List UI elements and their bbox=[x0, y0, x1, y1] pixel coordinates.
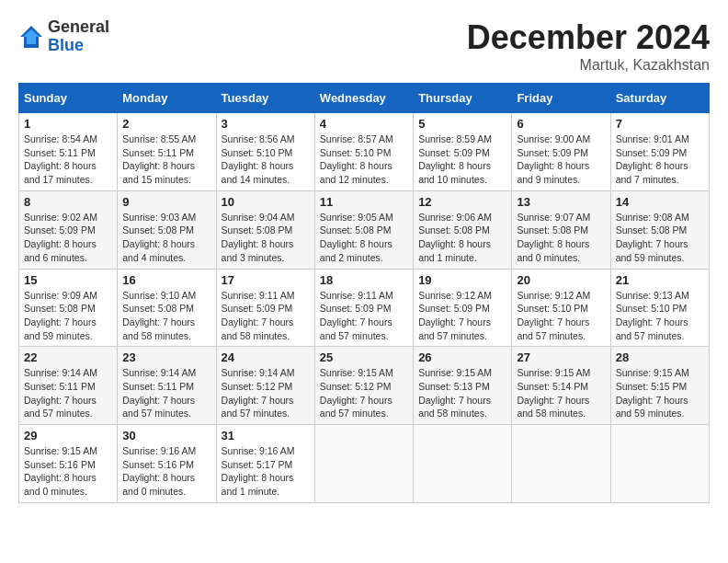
calendar-week-row: 8Sunrise: 9:02 AM Sunset: 5:09 PM Daylig… bbox=[19, 190, 710, 269]
day-info: Sunrise: 9:03 AM Sunset: 5:08 PM Dayligh… bbox=[122, 211, 210, 265]
day-info: Sunrise: 9:04 AM Sunset: 5:08 PM Dayligh… bbox=[222, 211, 310, 265]
day-number: 12 bbox=[418, 195, 506, 209]
calendar-cell: 31Sunrise: 9:16 AM Sunset: 5:17 PM Dayli… bbox=[216, 425, 314, 503]
calendar-cell: 30Sunrise: 9:16 AM Sunset: 5:16 PM Dayli… bbox=[118, 425, 216, 503]
column-header-friday: Friday bbox=[512, 84, 610, 113]
calendar-cell: 2Sunrise: 8:55 AM Sunset: 5:11 PM Daylig… bbox=[118, 113, 216, 191]
day-info: Sunrise: 9:15 AM Sunset: 5:14 PM Dayligh… bbox=[517, 366, 605, 420]
day-info: Sunrise: 9:10 AM Sunset: 5:08 PM Dayligh… bbox=[122, 289, 210, 343]
calendar-cell: 26Sunrise: 9:15 AM Sunset: 5:13 PM Dayli… bbox=[414, 347, 512, 425]
day-info: Sunrise: 9:16 AM Sunset: 5:16 PM Dayligh… bbox=[122, 444, 210, 499]
calendar-cell: 7Sunrise: 9:01 AM Sunset: 5:09 PM Daylig… bbox=[610, 113, 709, 191]
day-info: Sunrise: 9:11 AM Sunset: 5:09 PM Dayligh… bbox=[222, 289, 310, 343]
day-info: Sunrise: 8:55 AM Sunset: 5:11 PM Dayligh… bbox=[122, 132, 210, 187]
calendar-cell: 1Sunrise: 8:54 AM Sunset: 5:11 PM Daylig… bbox=[19, 113, 118, 191]
day-info: Sunrise: 9:09 AM Sunset: 5:08 PM Dayligh… bbox=[24, 289, 112, 343]
calendar-cell: 19Sunrise: 9:12 AM Sunset: 5:09 PM Dayli… bbox=[414, 269, 512, 347]
calendar-cell: 18Sunrise: 9:11 AM Sunset: 5:09 PM Dayli… bbox=[314, 269, 413, 347]
day-info: Sunrise: 9:14 AM Sunset: 5:12 PM Dayligh… bbox=[222, 366, 310, 420]
day-info: Sunrise: 9:07 AM Sunset: 5:08 PM Dayligh… bbox=[517, 211, 605, 265]
day-number: 9 bbox=[122, 195, 210, 209]
logo: General Blue bbox=[18, 18, 109, 55]
day-info: Sunrise: 9:06 AM Sunset: 5:08 PM Dayligh… bbox=[418, 211, 506, 265]
day-info: Sunrise: 8:54 AM Sunset: 5:11 PM Dayligh… bbox=[24, 132, 112, 187]
day-info: Sunrise: 9:15 AM Sunset: 5:12 PM Dayligh… bbox=[320, 366, 408, 420]
day-info: Sunrise: 9:14 AM Sunset: 5:11 PM Dayligh… bbox=[122, 366, 210, 420]
calendar-cell: 25Sunrise: 9:15 AM Sunset: 5:12 PM Dayli… bbox=[314, 347, 413, 425]
column-header-saturday: Saturday bbox=[610, 84, 709, 113]
day-info: Sunrise: 9:05 AM Sunset: 5:08 PM Dayligh… bbox=[320, 211, 408, 265]
day-number: 20 bbox=[517, 273, 605, 287]
calendar-cell: 12Sunrise: 9:06 AM Sunset: 5:08 PM Dayli… bbox=[414, 190, 512, 269]
day-number: 27 bbox=[517, 350, 605, 364]
location-text: Martuk, Kazakhstan bbox=[467, 57, 710, 74]
day-number: 15 bbox=[24, 273, 112, 287]
day-number: 31 bbox=[222, 429, 310, 442]
day-info: Sunrise: 9:02 AM Sunset: 5:09 PM Dayligh… bbox=[24, 211, 112, 265]
day-info: Sunrise: 9:11 AM Sunset: 5:09 PM Dayligh… bbox=[320, 289, 408, 343]
day-number: 4 bbox=[320, 117, 408, 131]
calendar-cell: 9Sunrise: 9:03 AM Sunset: 5:08 PM Daylig… bbox=[118, 190, 216, 269]
logo-blue-text: Blue bbox=[48, 37, 109, 55]
calendar-cell: 16Sunrise: 9:10 AM Sunset: 5:08 PM Dayli… bbox=[118, 269, 216, 347]
day-number: 1 bbox=[24, 117, 112, 131]
day-info: Sunrise: 9:15 AM Sunset: 5:16 PM Dayligh… bbox=[24, 444, 112, 499]
day-info: Sunrise: 9:14 AM Sunset: 5:11 PM Dayligh… bbox=[24, 366, 112, 420]
logo-general-text: General bbox=[48, 18, 109, 37]
calendar-cell: 17Sunrise: 9:11 AM Sunset: 5:09 PM Dayli… bbox=[216, 269, 314, 347]
calendar-cell bbox=[610, 425, 709, 503]
column-header-tuesday: Tuesday bbox=[216, 84, 314, 113]
day-number: 2 bbox=[122, 117, 210, 131]
column-header-sunday: Sunday bbox=[19, 84, 118, 113]
day-number: 21 bbox=[616, 273, 704, 287]
calendar-week-row: 1Sunrise: 8:54 AM Sunset: 5:11 PM Daylig… bbox=[19, 113, 710, 191]
calendar-cell: 10Sunrise: 9:04 AM Sunset: 5:08 PM Dayli… bbox=[216, 190, 314, 269]
calendar-cell: 24Sunrise: 9:14 AM Sunset: 5:12 PM Dayli… bbox=[216, 347, 314, 425]
day-number: 13 bbox=[517, 195, 605, 209]
day-number: 7 bbox=[616, 117, 704, 131]
day-number: 23 bbox=[122, 350, 210, 364]
calendar-week-row: 15Sunrise: 9:09 AM Sunset: 5:08 PM Dayli… bbox=[19, 269, 710, 347]
calendar-week-row: 22Sunrise: 9:14 AM Sunset: 5:11 PM Dayli… bbox=[19, 347, 710, 425]
day-number: 16 bbox=[122, 273, 210, 287]
calendar-cell: 13Sunrise: 9:07 AM Sunset: 5:08 PM Dayli… bbox=[512, 190, 610, 269]
calendar-cell: 22Sunrise: 9:14 AM Sunset: 5:11 PM Dayli… bbox=[19, 347, 118, 425]
day-info: Sunrise: 9:12 AM Sunset: 5:10 PM Dayligh… bbox=[517, 289, 605, 343]
calendar-cell: 20Sunrise: 9:12 AM Sunset: 5:10 PM Dayli… bbox=[512, 269, 610, 347]
calendar-week-row: 29Sunrise: 9:15 AM Sunset: 5:16 PM Dayli… bbox=[19, 425, 710, 503]
calendar-cell: 27Sunrise: 9:15 AM Sunset: 5:14 PM Dayli… bbox=[512, 347, 610, 425]
calendar-cell: 14Sunrise: 9:08 AM Sunset: 5:08 PM Dayli… bbox=[610, 190, 709, 269]
day-number: 6 bbox=[517, 117, 605, 131]
calendar-header-row: SundayMondayTuesdayWednesdayThursdayFrid… bbox=[19, 84, 710, 113]
day-number: 26 bbox=[418, 350, 506, 364]
day-info: Sunrise: 9:08 AM Sunset: 5:08 PM Dayligh… bbox=[616, 211, 704, 265]
day-info: Sunrise: 8:56 AM Sunset: 5:10 PM Dayligh… bbox=[222, 132, 310, 187]
day-number: 17 bbox=[222, 273, 310, 287]
calendar-cell bbox=[314, 425, 413, 503]
title-area: December 2024 Martuk, Kazakhstan bbox=[467, 18, 710, 74]
day-number: 28 bbox=[616, 350, 704, 364]
calendar-cell bbox=[512, 425, 610, 503]
calendar-cell: 5Sunrise: 8:59 AM Sunset: 5:09 PM Daylig… bbox=[414, 113, 512, 191]
day-number: 8 bbox=[24, 195, 112, 209]
day-number: 14 bbox=[616, 195, 704, 209]
day-number: 11 bbox=[320, 195, 408, 209]
day-number: 19 bbox=[418, 273, 506, 287]
column-header-monday: Monday bbox=[118, 84, 216, 113]
day-number: 29 bbox=[24, 429, 112, 442]
calendar-cell: 3Sunrise: 8:56 AM Sunset: 5:10 PM Daylig… bbox=[216, 113, 314, 191]
calendar-cell: 21Sunrise: 9:13 AM Sunset: 5:10 PM Dayli… bbox=[610, 269, 709, 347]
calendar-cell: 29Sunrise: 9:15 AM Sunset: 5:16 PM Dayli… bbox=[19, 425, 118, 503]
calendar-cell: 8Sunrise: 9:02 AM Sunset: 5:09 PM Daylig… bbox=[19, 190, 118, 269]
day-number: 3 bbox=[222, 117, 310, 131]
calendar-cell: 15Sunrise: 9:09 AM Sunset: 5:08 PM Dayli… bbox=[19, 269, 118, 347]
day-info: Sunrise: 9:12 AM Sunset: 5:09 PM Dayligh… bbox=[418, 289, 506, 343]
logo-icon bbox=[18, 24, 44, 50]
day-info: Sunrise: 9:15 AM Sunset: 5:15 PM Dayligh… bbox=[616, 366, 704, 420]
column-header-wednesday: Wednesday bbox=[314, 84, 413, 113]
day-info: Sunrise: 9:15 AM Sunset: 5:13 PM Dayligh… bbox=[418, 366, 506, 420]
month-title: December 2024 bbox=[467, 18, 710, 57]
day-number: 5 bbox=[418, 117, 506, 131]
page-header: General Blue December 2024 Martuk, Kazak… bbox=[18, 18, 710, 74]
day-number: 25 bbox=[320, 350, 408, 364]
